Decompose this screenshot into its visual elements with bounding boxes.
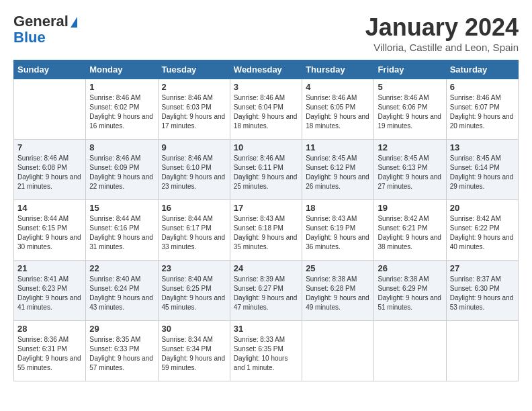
day-of-week-header: Sunday bbox=[14, 60, 86, 79]
calendar-cell: 17Sunrise: 8:43 AMSunset: 6:18 PMDayligh… bbox=[230, 200, 302, 261]
calendar-cell: 22Sunrise: 8:40 AMSunset: 6:24 PMDayligh… bbox=[86, 261, 158, 321]
calendar-week-row: 21Sunrise: 8:41 AMSunset: 6:23 PMDayligh… bbox=[14, 261, 519, 321]
day-number: 9 bbox=[162, 142, 226, 152]
day-info: Sunrise: 8:44 AMSunset: 6:17 PMDaylight:… bbox=[162, 214, 226, 252]
calendar-cell: 23Sunrise: 8:40 AMSunset: 6:25 PMDayligh… bbox=[158, 261, 230, 321]
day-number: 5 bbox=[378, 82, 442, 92]
day-of-week-header: Monday bbox=[86, 60, 158, 79]
day-info: Sunrise: 8:34 AMSunset: 6:34 PMDaylight:… bbox=[162, 335, 226, 373]
location-title: Villoria, Castille and Leon, Spain bbox=[365, 42, 519, 53]
day-info: Sunrise: 8:46 AMSunset: 6:04 PMDaylight:… bbox=[234, 93, 298, 131]
day-number: 17 bbox=[234, 203, 298, 213]
day-number: 11 bbox=[306, 142, 370, 152]
calendar-cell: 29Sunrise: 8:35 AMSunset: 6:33 PMDayligh… bbox=[86, 321, 158, 381]
calendar-cell bbox=[14, 79, 86, 140]
day-number: 13 bbox=[450, 142, 515, 152]
day-of-week-header: Thursday bbox=[302, 60, 374, 79]
day-info: Sunrise: 8:44 AMSunset: 6:15 PMDaylight:… bbox=[17, 214, 82, 252]
day-number: 16 bbox=[162, 203, 226, 213]
day-info: Sunrise: 8:38 AMSunset: 6:29 PMDaylight:… bbox=[378, 275, 442, 312]
day-info: Sunrise: 8:40 AMSunset: 6:25 PMDaylight:… bbox=[162, 275, 226, 312]
calendar-cell bbox=[302, 321, 374, 381]
day-number: 31 bbox=[234, 324, 298, 334]
day-info: Sunrise: 8:45 AMSunset: 6:13 PMDaylight:… bbox=[378, 154, 442, 191]
day-number: 29 bbox=[89, 324, 154, 334]
day-info: Sunrise: 8:46 AMSunset: 6:10 PMDaylight:… bbox=[162, 154, 226, 191]
day-number: 25 bbox=[306, 263, 370, 273]
calendar-cell: 4Sunrise: 8:46 AMSunset: 6:05 PMDaylight… bbox=[302, 79, 374, 140]
calendar-cell: 10Sunrise: 8:46 AMSunset: 6:11 PMDayligh… bbox=[230, 140, 302, 200]
day-number: 1 bbox=[89, 82, 154, 92]
day-number: 10 bbox=[234, 142, 298, 152]
calendar-cell: 14Sunrise: 8:44 AMSunset: 6:15 PMDayligh… bbox=[14, 200, 86, 261]
calendar-cell: 31Sunrise: 8:33 AMSunset: 6:35 PMDayligh… bbox=[230, 321, 302, 381]
day-info: Sunrise: 8:46 AMSunset: 6:06 PMDaylight:… bbox=[378, 93, 442, 131]
day-info: Sunrise: 8:44 AMSunset: 6:16 PMDaylight:… bbox=[89, 214, 154, 252]
day-number: 4 bbox=[306, 82, 370, 92]
day-number: 12 bbox=[378, 142, 442, 152]
day-of-week-header: Saturday bbox=[446, 60, 518, 79]
day-number: 24 bbox=[234, 263, 298, 273]
calendar-table: SundayMondayTuesdayWednesdayThursdayFrid… bbox=[13, 60, 519, 381]
calendar-cell: 19Sunrise: 8:42 AMSunset: 6:21 PMDayligh… bbox=[374, 200, 446, 261]
calendar-week-row: 1Sunrise: 8:46 AMSunset: 6:02 PMDaylight… bbox=[14, 79, 519, 140]
header: General Blue January 2024 Villoria, Cast… bbox=[13, 13, 519, 53]
calendar-cell: 7Sunrise: 8:46 AMSunset: 6:08 PMDaylight… bbox=[14, 140, 86, 200]
day-number: 27 bbox=[450, 263, 515, 273]
calendar-cell bbox=[374, 321, 446, 381]
calendar-cell: 5Sunrise: 8:46 AMSunset: 6:06 PMDaylight… bbox=[374, 79, 446, 140]
calendar-cell: 8Sunrise: 8:46 AMSunset: 6:09 PMDaylight… bbox=[86, 140, 158, 200]
calendar-cell: 28Sunrise: 8:36 AMSunset: 6:31 PMDayligh… bbox=[14, 321, 86, 381]
day-number: 18 bbox=[306, 203, 370, 213]
calendar-cell: 21Sunrise: 8:41 AMSunset: 6:23 PMDayligh… bbox=[14, 261, 86, 321]
day-number: 23 bbox=[162, 263, 226, 273]
day-info: Sunrise: 8:46 AMSunset: 6:02 PMDaylight:… bbox=[89, 93, 154, 131]
day-number: 3 bbox=[234, 82, 298, 92]
day-number: 30 bbox=[162, 324, 226, 334]
day-number: 21 bbox=[17, 263, 82, 273]
logo-general: General bbox=[13, 13, 77, 30]
calendar-week-row: 14Sunrise: 8:44 AMSunset: 6:15 PMDayligh… bbox=[14, 200, 519, 261]
calendar-cell bbox=[446, 321, 518, 381]
day-info: Sunrise: 8:42 AMSunset: 6:22 PMDaylight:… bbox=[450, 214, 515, 252]
calendar-cell: 18Sunrise: 8:43 AMSunset: 6:19 PMDayligh… bbox=[302, 200, 374, 261]
day-number: 28 bbox=[17, 324, 82, 334]
day-info: Sunrise: 8:33 AMSunset: 6:35 PMDaylight:… bbox=[234, 335, 298, 373]
calendar-cell: 1Sunrise: 8:46 AMSunset: 6:02 PMDaylight… bbox=[86, 79, 158, 140]
calendar-cell: 15Sunrise: 8:44 AMSunset: 6:16 PMDayligh… bbox=[86, 200, 158, 261]
day-info: Sunrise: 8:46 AMSunset: 6:11 PMDaylight:… bbox=[234, 154, 298, 191]
calendar-cell: 12Sunrise: 8:45 AMSunset: 6:13 PMDayligh… bbox=[374, 140, 446, 200]
calendar-cell: 26Sunrise: 8:38 AMSunset: 6:29 PMDayligh… bbox=[374, 261, 446, 321]
day-info: Sunrise: 8:37 AMSunset: 6:30 PMDaylight:… bbox=[450, 275, 515, 312]
calendar-cell: 11Sunrise: 8:45 AMSunset: 6:12 PMDayligh… bbox=[302, 140, 374, 200]
logo: General Blue bbox=[13, 13, 77, 46]
calendar-body: 1Sunrise: 8:46 AMSunset: 6:02 PMDaylight… bbox=[14, 79, 519, 381]
day-info: Sunrise: 8:41 AMSunset: 6:23 PMDaylight:… bbox=[17, 275, 82, 312]
day-of-week-header: Wednesday bbox=[230, 60, 302, 79]
month-title: January 2024 bbox=[365, 13, 519, 42]
day-of-week-header: Tuesday bbox=[158, 60, 230, 79]
calendar-header-row: SundayMondayTuesdayWednesdayThursdayFrid… bbox=[14, 60, 519, 79]
logo-blue: Blue bbox=[13, 30, 46, 46]
day-number: 8 bbox=[89, 142, 154, 152]
calendar-cell: 13Sunrise: 8:45 AMSunset: 6:14 PMDayligh… bbox=[446, 140, 518, 200]
calendar-cell: 25Sunrise: 8:38 AMSunset: 6:28 PMDayligh… bbox=[302, 261, 374, 321]
day-info: Sunrise: 8:45 AMSunset: 6:12 PMDaylight:… bbox=[306, 154, 370, 191]
day-info: Sunrise: 8:42 AMSunset: 6:21 PMDaylight:… bbox=[378, 214, 442, 252]
day-info: Sunrise: 8:35 AMSunset: 6:33 PMDaylight:… bbox=[89, 335, 154, 373]
day-info: Sunrise: 8:46 AMSunset: 6:08 PMDaylight:… bbox=[17, 154, 82, 191]
calendar-cell: 30Sunrise: 8:34 AMSunset: 6:34 PMDayligh… bbox=[158, 321, 230, 381]
calendar-cell: 2Sunrise: 8:46 AMSunset: 6:03 PMDaylight… bbox=[158, 79, 230, 140]
day-number: 22 bbox=[89, 263, 154, 273]
day-number: 14 bbox=[17, 203, 82, 213]
calendar-cell: 20Sunrise: 8:42 AMSunset: 6:22 PMDayligh… bbox=[446, 200, 518, 261]
calendar-cell: 27Sunrise: 8:37 AMSunset: 6:30 PMDayligh… bbox=[446, 261, 518, 321]
day-info: Sunrise: 8:40 AMSunset: 6:24 PMDaylight:… bbox=[89, 275, 154, 312]
calendar-cell: 3Sunrise: 8:46 AMSunset: 6:04 PMDaylight… bbox=[230, 79, 302, 140]
day-number: 15 bbox=[89, 203, 154, 213]
day-info: Sunrise: 8:46 AMSunset: 6:09 PMDaylight:… bbox=[89, 154, 154, 191]
day-info: Sunrise: 8:43 AMSunset: 6:18 PMDaylight:… bbox=[234, 214, 298, 252]
day-info: Sunrise: 8:36 AMSunset: 6:31 PMDaylight:… bbox=[17, 335, 82, 373]
calendar-cell: 6Sunrise: 8:46 AMSunset: 6:07 PMDaylight… bbox=[446, 79, 518, 140]
day-info: Sunrise: 8:39 AMSunset: 6:27 PMDaylight:… bbox=[234, 275, 298, 312]
